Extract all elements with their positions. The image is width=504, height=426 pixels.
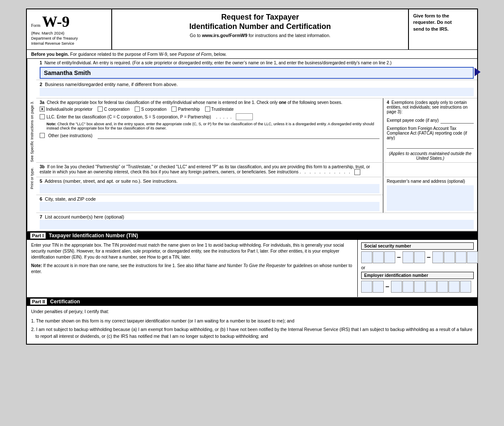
llc-entry-box[interactable] [236,113,253,120]
or-text: or [361,265,474,270]
ssn-box-3[interactable] [384,251,395,263]
requesters-input[interactable] [387,185,474,211]
line2-input[interactable] [40,88,474,96]
line2-label: Business name/disregarded entity name, i… [45,82,178,87]
ssn-label: Social security number [361,242,474,250]
line4-area: 4 Exemptions (codes apply only to certai… [383,98,477,162]
ssn-box-1[interactable] [361,251,372,263]
part1-right: Social security number – – [358,240,477,297]
header-center: Request for Taxpayer Identification Numb… [112,9,409,49]
line5-input[interactable] [40,184,379,193]
before-begin: Before you begin. For guidance related t… [27,50,477,59]
checkbox-s-corp[interactable]: S corporation [135,106,166,112]
dept-line2: Internal Revenue Service [31,41,107,46]
line7-input[interactable] [40,220,474,229]
ein-box-9[interactable] [460,281,471,293]
ssn-box-9[interactable] [467,251,478,263]
ein-box-5[interactable] [414,281,425,293]
w9-form: Form W-9 (Rev. March 2024) Department of… [26,9,478,345]
line6-input[interactable] [40,202,379,211]
line3b-right [383,163,477,177]
side-label: Print or type. See Specific Instructions… [27,59,36,231]
llc-row: LLC. Enter the tax classification (C = C… [40,113,379,120]
ein-box-6[interactable] [426,281,437,293]
checkbox-partnership[interactable]: Partnership [171,106,200,112]
fatca-label: Exemption from Foreign Account Tax Compl… [387,126,474,140]
other-label: Other (see instructions) [48,133,93,138]
form-title: Request for Taxpayer Identification Numb… [121,13,400,31]
part2-intro: Under penalties of perjury, I certify th… [31,308,473,315]
line1-input[interactable]: Samantha Smith [40,67,474,79]
exempt-payee-row: Exempt payee code (if any) [387,117,474,124]
checkbox-c-corp[interactable]: C corporation [98,106,130,112]
form-fields: 1 Name of entity/individual. An entry is… [36,59,477,231]
ssn-box-6[interactable] [432,251,443,263]
checkbox-individual-box[interactable]: X [40,106,45,112]
line5-6-left: 5 Address (number, street, and apt. or s… [36,177,383,213]
other-input[interactable] [98,132,379,139]
ssn-boxes: – – [361,251,474,263]
checkbox-c-corp-box[interactable] [98,106,103,112]
line4-label: 4 Exemptions (codes apply only to certai… [387,100,474,114]
line3a-label: 3a Check the appropriate box for federal… [40,100,379,105]
ein-dash: – [385,283,390,291]
irs-url-text: Go to www.irs.gov/FormW9 for instruction… [121,33,400,38]
requesters-area: Requester’s name and address (optional) [383,177,477,213]
ein-box-1[interactable] [361,281,372,293]
ein-box-2[interactable] [373,281,384,293]
line5-6-section: 5 Address (number, street, and apt. or s… [36,177,477,213]
line3b-checkbox[interactable] [354,169,360,175]
ein-box-7[interactable] [437,281,448,293]
fatca-input[interactable] [387,142,474,149]
line6: 6 City, state, and ZIP code [36,195,383,213]
ssn-box-4[interactable] [403,251,414,263]
part1-note: Note: If the account is in more than one… [31,263,353,275]
form-number: W-9 [42,13,70,31]
form-header: Form W-9 (Rev. March 2024) Department of… [27,9,477,50]
rev-date: (Rev. March 2024) [31,31,107,35]
part1-title: Taxpayer Identification Number (TIN) [49,233,138,239]
ein-group1 [361,281,384,293]
ssn-box-5[interactable] [414,251,425,263]
form-label: Form [31,23,41,28]
line3a-4-section: 3a Check the appropriate box for federal… [36,98,477,163]
checkbox-trust[interactable]: Trust/estate [205,106,234,112]
header-right: Give form to the requester. Do not send … [409,9,477,49]
checkbox-trust-box[interactable] [205,106,210,112]
ein-box-3[interactable] [391,281,402,293]
checkbox-partnership-box[interactable] [171,106,177,112]
form-body: Print or type. See Specific Instructions… [27,59,477,231]
line5: 5 Address (number, street, and apt. or s… [36,177,383,195]
ssn-dash-1: – [396,253,402,261]
other-checkbox[interactable] [40,133,45,138]
ssn-group2 [403,251,425,263]
part2-label: Part II [30,299,47,305]
line1-label: 1 Name of entity/individual. An entry is… [40,60,474,65]
other-row: Other (see instructions) [40,132,379,139]
checkbox-individual[interactable]: X Individual/sole proprietor [40,106,93,112]
ein-box-4[interactable] [403,281,414,293]
line3b-section: 3b If on line 3a you checked "Partnershi… [36,163,477,177]
ein-group2 [391,281,471,293]
ssn-box-2[interactable] [373,251,384,263]
dept-info: Department of the Treasury Internal Reve… [31,36,107,46]
ein-label: Employer identification number [361,272,474,279]
part2-body: Under penalties of perjury, I certify th… [27,306,477,344]
ein-boxes: – [361,281,474,293]
form-number-block: Form W-9 [31,13,107,31]
part1-header: Part I Taxpayer Identification Number (T… [27,231,477,240]
checkbox-s-corp-box[interactable] [135,106,140,112]
part2-header: Part II Certification [27,297,477,306]
tax-classification-row: X Individual/sole proprietor C corporati… [40,106,379,112]
ssn-box-8[interactable] [455,251,466,263]
ein-box-8[interactable] [449,281,460,293]
llc-checkbox[interactable] [40,114,45,119]
certification-items: 1. The number shown on this form is my c… [31,318,473,340]
line3a-area: 3a Check the appropriate box for federal… [36,98,383,162]
exempt-payee-input[interactable] [440,117,474,124]
part1-body-text: Enter your TIN in the appropriate box. T… [31,242,353,260]
ssn-box-7[interactable] [444,251,455,263]
line2-section: 2 Business name/disregarded entity name,… [36,80,477,98]
line7-section: 7 List account number(s) here (optional) [36,213,477,231]
line1-value: Samantha Smith [44,69,91,76]
